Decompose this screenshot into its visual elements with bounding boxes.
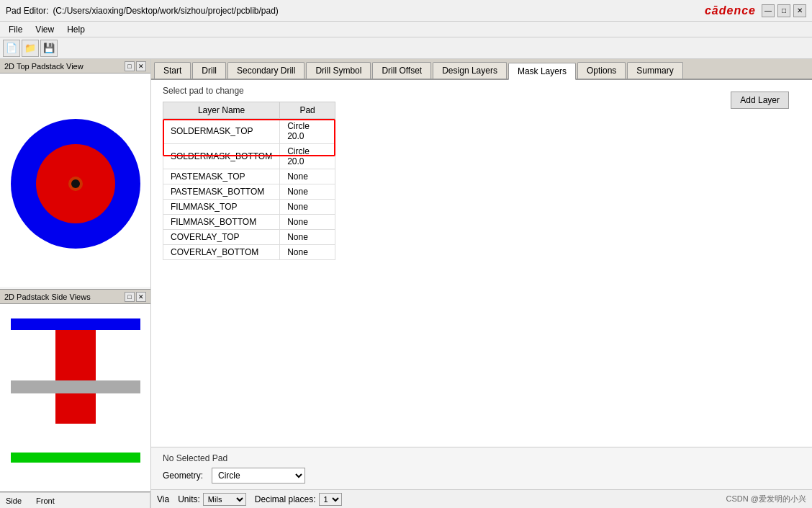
layer-name-cell: FILMMASK_BOTTOM xyxy=(163,215,280,230)
layer-name-cell: PASTEMASK_BOTTOM xyxy=(163,184,280,200)
layer-name-cell: PASTEMASK_TOP xyxy=(163,169,280,184)
table-row[interactable]: PASTEMASK_TOP None xyxy=(163,169,335,184)
menu-help[interactable]: Help xyxy=(61,23,91,36)
credit-text: CSDN @爱发明的小兴 xyxy=(726,494,806,504)
pad-value-cell: None xyxy=(280,245,335,260)
svg-rect-5 xyxy=(55,330,96,424)
side-label: Side xyxy=(6,496,22,505)
top-view-close-btn[interactable]: ✕ xyxy=(136,61,146,71)
layer-name-cell: SOLDERMASK_TOP xyxy=(163,119,280,144)
layer-table-container: Layer Name Pad SOLDERMASK_TOP Circle 20.… xyxy=(151,102,347,262)
top-pad-svg xyxy=(7,76,144,285)
table-row[interactable]: COVERLAY_TOP None xyxy=(163,230,335,245)
units-select[interactable]: Mils mm Inches xyxy=(203,493,246,506)
decimal-section: Decimal places: 0 1 2 3 4 xyxy=(255,493,342,506)
top-pad-view-panel: 2D Top Padstack View □ ✕ xyxy=(0,59,150,290)
left-panels: 2D Top Padstack View □ ✕ xyxy=(0,59,151,508)
side-view-restore-btn[interactable]: □ xyxy=(125,292,135,302)
top-view-restore-btn[interactable]: □ xyxy=(125,61,135,71)
table-row[interactable]: FILMMASK_BOTTOM None xyxy=(163,215,335,230)
title-bar: Pad Editor: (C:/Users/xiaoxing/Desktop/w… xyxy=(0,0,812,22)
toolbar: 📄 📁 💾 xyxy=(0,37,812,59)
bottom-section: No Selected Pad Geometry: Circle Square … xyxy=(151,447,812,489)
tab-drill-symbol[interactable]: Drill Symbol xyxy=(306,62,371,79)
pad-value-cell: None xyxy=(280,200,335,215)
decimal-label: Decimal places: xyxy=(255,494,316,504)
add-layer-button[interactable]: Add Layer xyxy=(731,92,789,109)
top-pad-canvas xyxy=(0,73,150,287)
tabs-bar: Start Drill Secondary Drill Drill Symbol… xyxy=(151,59,812,80)
table-row[interactable]: SOLDERMASK_TOP Circle 20.0 xyxy=(163,119,335,144)
layer-name-cell: SOLDERMASK_BOTTOM xyxy=(163,144,280,169)
no-selected-pad-label: No Selected Pad xyxy=(163,453,800,463)
tab-start[interactable]: Start xyxy=(154,62,191,79)
table-row[interactable]: FILMMASK_TOP None xyxy=(163,200,335,215)
tab-drill[interactable]: Drill xyxy=(192,62,226,79)
tab-summary[interactable]: Summary xyxy=(627,62,682,79)
col-header-pad: Pad xyxy=(280,102,335,119)
table-row[interactable]: SOLDERMASK_BOTTOM Circle 20.0 xyxy=(163,144,335,169)
cadence-logo: cādence xyxy=(705,4,756,17)
maximize-button[interactable]: □ xyxy=(777,4,790,17)
menu-file[interactable]: File xyxy=(3,23,28,36)
geometry-row: Geometry: Circle Square Rectangle Oval O… xyxy=(163,468,800,484)
table-wrapper: Layer Name Pad SOLDERMASK_TOP Circle 20.… xyxy=(163,102,335,260)
decimal-select[interactable]: 0 1 2 3 4 xyxy=(319,493,342,506)
svg-rect-7 xyxy=(11,453,140,463)
app-title: Pad Editor: xyxy=(6,6,48,16)
menu-bar: File View Help xyxy=(0,22,812,37)
table-row[interactable]: COVERLAY_BOTTOM None xyxy=(163,245,335,260)
side-pad-view-panel: 2D Padstack Side Views □ ✕ xyxy=(0,290,150,492)
right-content: Start Drill Secondary Drill Drill Symbol… xyxy=(151,59,812,508)
close-button[interactable]: ✕ xyxy=(793,4,806,17)
tab-secondary-drill[interactable]: Secondary Drill xyxy=(227,62,304,79)
svg-rect-6 xyxy=(11,380,140,393)
units-label: Units: xyxy=(178,494,200,504)
geometry-label: Geometry: xyxy=(163,471,203,481)
content-area: Select pad to change Layer Name Pad xyxy=(151,80,812,447)
layer-name-cell: FILMMASK_TOP xyxy=(163,200,280,215)
svg-point-3 xyxy=(71,179,80,188)
app-path: (C:/Users/xiaoxing/Desktop/work/sizhou/p… xyxy=(53,6,278,16)
pad-value-cell: None xyxy=(280,169,335,184)
units-section: Units: Mils mm Inches xyxy=(178,493,246,506)
top-pad-view-header: 2D Top Padstack View □ ✕ xyxy=(0,59,150,73)
side-pad-view-header: 2D Padstack Side Views □ ✕ xyxy=(0,290,150,304)
table-row[interactable]: PASTEMASK_BOTTOM None xyxy=(163,184,335,200)
tab-design-layers[interactable]: Design Layers xyxy=(433,62,507,79)
geometry-select[interactable]: Circle Square Rectangle Oval Octagon xyxy=(212,468,305,484)
bottom-labels: Side Front xyxy=(0,492,150,508)
save-button[interactable]: 💾 xyxy=(40,40,58,57)
tab-drill-offset[interactable]: Drill Offset xyxy=(372,62,431,79)
status-bar: Via Units: Mils mm Inches Decimal places… xyxy=(151,489,812,508)
layer-name-cell: COVERLAY_TOP xyxy=(163,230,280,245)
side-view-close-btn[interactable]: ✕ xyxy=(136,292,146,302)
main-area: 2D Top Padstack View □ ✕ xyxy=(0,59,812,508)
select-pad-label: Select pad to change xyxy=(151,80,347,102)
layer-table: Layer Name Pad SOLDERMASK_TOP Circle 20.… xyxy=(163,102,335,260)
layer-name-cell: COVERLAY_BOTTOM xyxy=(163,245,280,260)
front-label: Front xyxy=(36,496,55,505)
pad-value-cell: Circle 20.0 xyxy=(280,119,335,144)
minimize-button[interactable]: — xyxy=(762,4,775,17)
top-pad-view-title: 2D Top Padstack View xyxy=(4,62,84,71)
new-button[interactable]: 📄 xyxy=(3,40,20,57)
side-pad-svg xyxy=(4,311,148,470)
tab-options[interactable]: Options xyxy=(577,62,626,79)
pad-value-cell: None xyxy=(280,215,335,230)
svg-rect-4 xyxy=(11,318,140,330)
side-pad-canvas xyxy=(0,304,150,491)
pad-value-cell: Circle 20.0 xyxy=(280,144,335,169)
via-label: Via xyxy=(157,494,169,504)
side-pad-view-title: 2D Padstack Side Views xyxy=(4,293,91,301)
tab-mask-layers[interactable]: Mask Layers xyxy=(508,63,576,80)
pad-value-cell: None xyxy=(280,230,335,245)
open-button[interactable]: 📁 xyxy=(22,40,39,57)
pad-value-cell: None xyxy=(280,184,335,200)
menu-view[interactable]: View xyxy=(30,23,60,36)
col-header-layer: Layer Name xyxy=(163,102,280,119)
